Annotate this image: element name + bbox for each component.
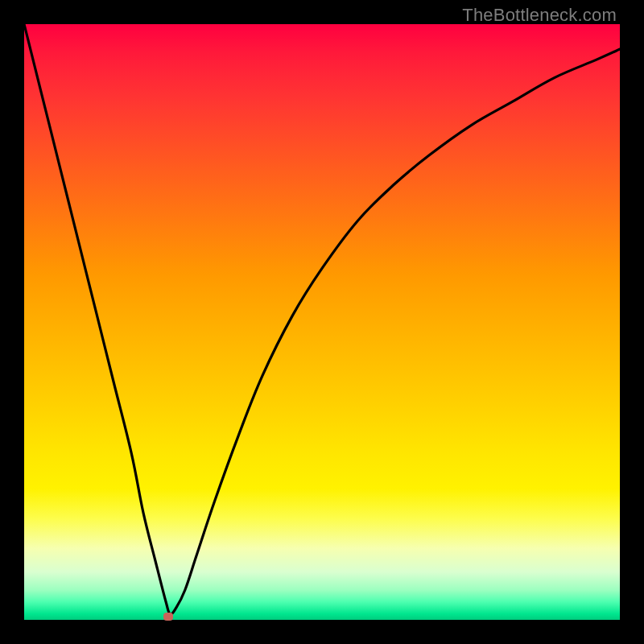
curve-svg [24,24,620,620]
watermark-text: TheBottleneck.com [462,5,617,26]
plot-area [24,24,620,620]
chart-frame: TheBottleneck.com [0,0,644,644]
optimal-point-marker [163,613,173,621]
bottleneck-curve-path [24,24,620,614]
